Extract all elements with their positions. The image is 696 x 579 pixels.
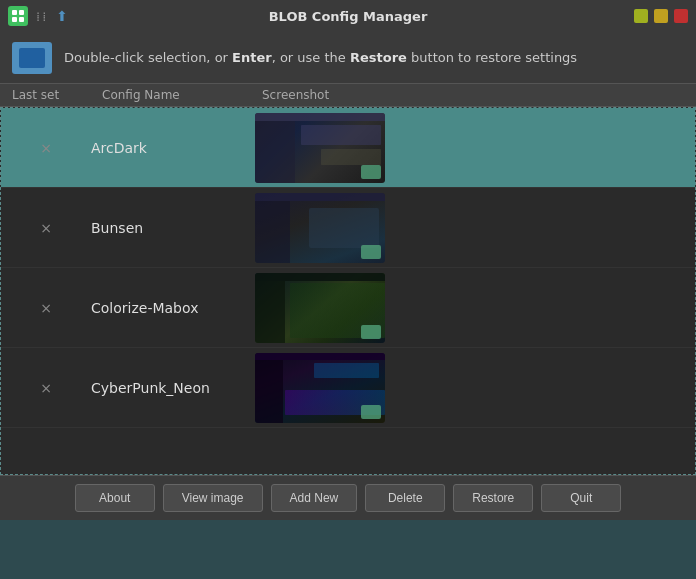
- row-last-set: ×: [1, 268, 91, 347]
- infobar-icon: [12, 42, 52, 74]
- row-last-set: ×: [1, 348, 91, 427]
- maximize-button[interactable]: [654, 9, 668, 23]
- row-screenshot: [251, 348, 695, 427]
- infobar-text: Double-click selection, or Enter, or use…: [64, 50, 577, 65]
- table-row[interactable]: × Colorize-Mabox: [1, 268, 695, 348]
- thumb-logo: [361, 245, 381, 259]
- row-last-set: ×: [1, 188, 91, 267]
- minimize-button[interactable]: [634, 9, 648, 23]
- infobar-text-suffix: button to restore settings: [407, 50, 577, 65]
- col-header-config-name: Config Name: [102, 88, 262, 102]
- screenshot-thumb: [255, 113, 385, 183]
- toolbar: About View image Add New Delete Restore …: [0, 475, 696, 520]
- svg-rect-0: [12, 10, 17, 15]
- row-screenshot: [251, 188, 695, 267]
- col-header-screenshot: Screenshot: [262, 88, 684, 102]
- titlebar-dots: ⁞⁞: [36, 9, 48, 24]
- titlebar-left-icons: ⁞⁞ ⬆: [8, 6, 68, 26]
- row-screenshot: [251, 108, 695, 187]
- table-header: Last set Config Name Screenshot: [0, 84, 696, 107]
- row-config-name: Bunsen: [91, 188, 251, 267]
- window-title: BLOB Config Manager: [269, 9, 428, 24]
- table-row[interactable]: × Bunsen: [1, 188, 695, 268]
- quit-button[interactable]: Quit: [541, 484, 621, 512]
- infobar-icon-inner: [19, 48, 45, 68]
- app-icon: [8, 6, 28, 26]
- screenshot-thumb: [255, 193, 385, 263]
- about-button[interactable]: About: [75, 484, 155, 512]
- close-button[interactable]: [674, 9, 688, 23]
- row-screenshot: [251, 268, 695, 347]
- thumb-logo: [361, 165, 381, 179]
- col-header-last-set: Last set: [12, 88, 102, 102]
- row-config-name: ArcDark: [91, 108, 251, 187]
- table-body[interactable]: × ArcDark × Bunsen × Colorize-M: [0, 107, 696, 475]
- restore-button[interactable]: Restore: [453, 484, 533, 512]
- screenshot-thumb: [255, 273, 385, 343]
- infobar-restore: Restore: [350, 50, 407, 65]
- titlebar-arrow: ⬆: [56, 8, 68, 24]
- thumb-logo: [361, 325, 381, 339]
- delete-button[interactable]: Delete: [365, 484, 445, 512]
- row-last-set: ×: [1, 108, 91, 187]
- row-config-name: Colorize-Mabox: [91, 268, 251, 347]
- infobar-enter: Enter: [232, 50, 272, 65]
- infobar-text-prefix: Double-click selection, or: [64, 50, 232, 65]
- infobar: Double-click selection, or Enter, or use…: [0, 32, 696, 84]
- infobar-text-middle: , or use the: [272, 50, 350, 65]
- add-new-button[interactable]: Add New: [271, 484, 358, 512]
- table-row[interactable]: × ArcDark: [1, 108, 695, 188]
- titlebar: ⁞⁞ ⬆ BLOB Config Manager: [0, 0, 696, 32]
- svg-rect-3: [19, 17, 24, 22]
- thumb-logo: [361, 405, 381, 419]
- svg-rect-1: [19, 10, 24, 15]
- view-image-button[interactable]: View image: [163, 484, 263, 512]
- svg-rect-2: [12, 17, 17, 22]
- row-config-name: CyberPunk_Neon: [91, 348, 251, 427]
- table-row[interactable]: × CyberPunk_Neon: [1, 348, 695, 428]
- screenshot-thumb: [255, 353, 385, 423]
